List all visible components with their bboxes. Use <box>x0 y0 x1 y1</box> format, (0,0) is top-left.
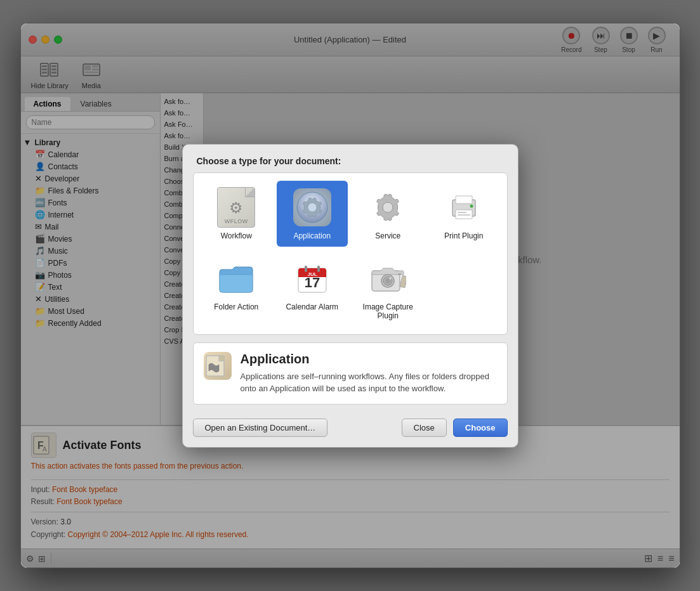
folder-icon <box>217 259 255 297</box>
print-plugin-label: Print Plugin <box>444 231 483 240</box>
modal-desc-title: Application <box>241 352 497 367</box>
application-label: Application <box>293 231 331 240</box>
modal-desc-text: Application Applications are self–runnin… <box>241 352 497 395</box>
svg-rect-30 <box>317 266 320 272</box>
doc-type-application[interactable]: Application <box>277 181 348 247</box>
modal-desc-body: Applications are self–running workflows.… <box>241 370 497 395</box>
doc-type-service[interactable]: Service <box>353 181 424 247</box>
svg-point-18 <box>383 202 393 212</box>
choose-button[interactable]: Choose <box>453 419 508 437</box>
svg-rect-24 <box>458 214 470 216</box>
image-capture-type-icon <box>367 258 408 299</box>
calendar-alarm-type-icon: 17 JUL <box>292 258 333 299</box>
svg-point-17 <box>308 203 317 212</box>
open-existing-button[interactable]: Open an Existing Document… <box>193 419 328 437</box>
modal-grid: ⚙ WFLOW Workflow <box>193 172 508 335</box>
doc-type-calendar-alarm[interactable]: 17 JUL Calendar Alarm <box>277 252 348 327</box>
modal-description: Application Applications are self–runnin… <box>193 342 508 405</box>
service-type-icon <box>367 187 408 228</box>
doc-type-print-plugin[interactable]: Print Plugin <box>428 181 499 247</box>
svg-point-36 <box>390 277 392 279</box>
application-gear-icon <box>293 188 331 226</box>
image-capture-label: Image Capture Plugin <box>363 302 413 320</box>
svg-point-22 <box>470 204 473 207</box>
doc-type-workflow[interactable]: ⚙ WFLOW Workflow <box>201 181 272 247</box>
service-label: Service <box>375 231 400 240</box>
camera-icon <box>369 259 407 297</box>
svg-rect-38 <box>400 275 406 287</box>
doc-type-folder-action[interactable]: Folder Action <box>201 252 272 327</box>
svg-rect-29 <box>305 266 307 272</box>
document-type-modal: Choose a type for your document: ⚙ WFLOW… <box>182 144 518 448</box>
svg-rect-20 <box>456 196 472 204</box>
workflow-gear-icon: ⚙ <box>229 199 243 217</box>
modal-footer: Open an Existing Document… Close Choose <box>183 412 518 447</box>
calendar-alarm-label: Calendar Alarm <box>286 302 338 311</box>
svg-point-35 <box>385 278 390 283</box>
print-plugin-type-icon <box>444 187 484 228</box>
folder-action-label: Folder Action <box>214 302 258 311</box>
modal-overlay: Choose a type for your document: ⚙ WFLOW… <box>21 23 680 568</box>
service-gear-icon <box>369 188 407 226</box>
modal-header: Choose a type for your document: <box>183 145 518 172</box>
modal-footer-center: Close Choose <box>402 419 508 437</box>
print-icon <box>445 188 483 226</box>
application-type-icon <box>292 187 333 228</box>
workflow-label: Workflow <box>221 231 252 240</box>
calendar-alarm-icon: 17 JUL <box>293 259 331 297</box>
svg-rect-37 <box>398 273 401 275</box>
svg-text:JUL: JUL <box>307 271 317 277</box>
workflow-type-icon: ⚙ WFLOW <box>216 187 256 228</box>
close-modal-button[interactable]: Close <box>402 419 447 437</box>
folder-action-type-icon <box>216 258 256 299</box>
modal-desc-icon <box>204 352 232 380</box>
doc-type-image-capture[interactable]: Image Capture Plugin <box>353 252 424 327</box>
svg-rect-23 <box>458 212 466 213</box>
